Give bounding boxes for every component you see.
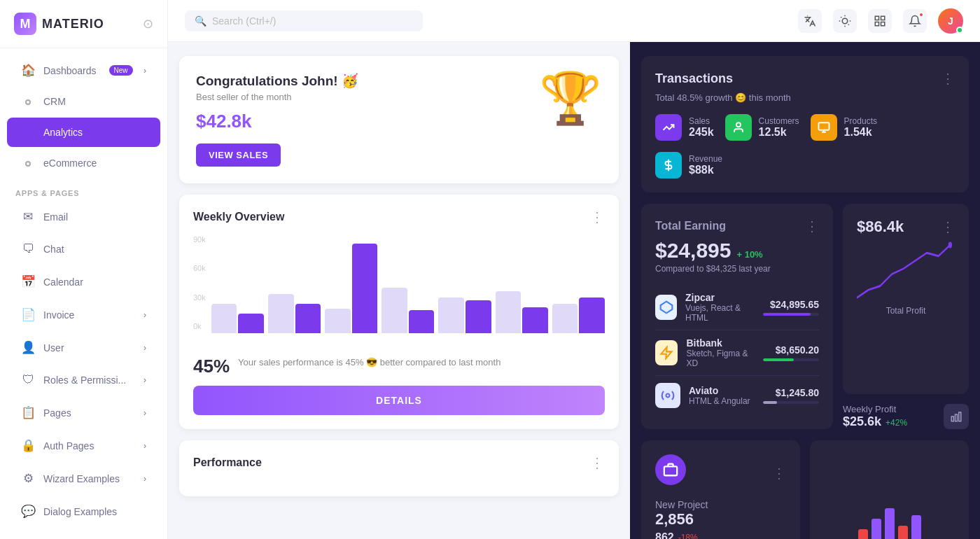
mini-bar-4: [898, 526, 908, 539]
sidebar-item-invoice[interactable]: 📄 Invoice ›: [7, 300, 160, 330]
roles-icon: 🛡: [21, 373, 35, 387]
sidebar-item-chat[interactable]: 🗨 Chat: [7, 234, 160, 264]
sidebar-item-email[interactable]: ✉ Email: [7, 202, 160, 232]
chart-y-label-60k: 60k: [193, 264, 206, 272]
sidebar-item-dashboards[interactable]: 🏠 Dashboards New ›: [7, 55, 160, 85]
svg-marker-16: [660, 302, 672, 314]
bar-light-1: [211, 304, 237, 333]
bitbank-name: Bitbank: [686, 337, 755, 349]
revenue-value: $88k: [689, 164, 722, 176]
view-sales-button[interactable]: VIEW SALES: [196, 144, 281, 167]
nav-label-ecommerce: eCommerce: [43, 158, 97, 169]
avatar[interactable]: J: [938, 8, 963, 34]
home-icon: 🏠: [21, 63, 35, 78]
earning-growth-badge: + 10%: [736, 249, 762, 260]
weekly-footer: 45% Your sales performance is 45% 😎 bett…: [193, 356, 605, 377]
bar-light-4: [382, 288, 407, 333]
products-icon: [811, 114, 837, 141]
main-area: 🔍 Search (Ctrl+/) J: [168, 0, 980, 539]
sidebar-item-roles[interactable]: 🛡 Roles & Permissi... ›: [7, 365, 160, 395]
invoice-icon: 📄: [21, 307, 35, 322]
performance-menu-button[interactable]: ⋮: [590, 454, 605, 471]
wizard-icon: ⚙: [21, 471, 35, 486]
sales-value: 245k: [689, 126, 714, 139]
sidebar-item-auth[interactable]: 🔒 Auth Pages ›: [7, 430, 160, 461]
invoice-arrow-icon: ›: [144, 310, 146, 320]
sidebar-item-calendar[interactable]: 📅 Calendar: [7, 267, 160, 297]
sidebar-item-wizard[interactable]: ⚙ Wizard Examples ›: [7, 463, 160, 493]
svg-point-18: [666, 394, 670, 398]
svg-rect-8: [881, 16, 885, 20]
aviato-tech: HTML & Angular: [689, 396, 750, 406]
svg-line-4: [848, 24, 849, 24]
weekly-profit-amount: $25.6k: [843, 414, 881, 429]
nav-badge-new: New: [109, 65, 133, 76]
new-project-menu-button[interactable]: ⋮: [772, 465, 786, 482]
sidebar-item-user[interactable]: 👤 User ›: [7, 332, 160, 363]
crm-dot-icon: [21, 94, 35, 108]
sales-label: Sales: [689, 116, 714, 126]
bar-light-3: [325, 309, 351, 333]
bar-purple-2: [295, 304, 321, 333]
translate-icon[interactable]: [798, 9, 822, 33]
bar-group-7: [552, 298, 605, 333]
products-value: 1.54k: [844, 126, 877, 139]
grid-icon[interactable]: [868, 9, 892, 33]
roles-arrow-icon: ›: [144, 375, 146, 385]
weekly-chart-bars: [211, 235, 605, 333]
brightness-icon[interactable]: [833, 9, 857, 33]
zipcar-amount: $24,895.65: [763, 299, 819, 316]
nav-label-chat: Chat: [43, 244, 64, 255]
user-icon: 👤: [21, 340, 35, 355]
metric-customers: Customers 12.5k: [725, 114, 799, 141]
earning-stats-row: Total Earning ⋮ $24,895 + 10% Compared t…: [641, 204, 969, 429]
profit-chart-icon: [944, 404, 969, 429]
nav-label-dashboards: Dashboards: [43, 65, 97, 76]
wizard-arrow-icon: ›: [144, 474, 146, 484]
zipcar-logo: [655, 295, 677, 320]
zipcar-progress: [763, 313, 819, 316]
logo-area: M MATERIO ⊙: [0, 0, 167, 48]
sidebar-toggle-icon[interactable]: ⊙: [143, 16, 153, 31]
new-project-card: ⋮ New Project 2,856 862 -18% Ye...: [641, 440, 800, 539]
earning-amount: $24,895: [655, 239, 731, 262]
weekly-title: Weekly Overview: [193, 211, 284, 223]
zipcar-name: Zipcar: [685, 292, 755, 303]
bar-light-7: [552, 304, 578, 333]
sidebar-item-ecommerce[interactable]: eCommerce: [7, 148, 160, 178]
transactions-menu-button[interactable]: ⋮: [941, 70, 955, 87]
svg-rect-9: [875, 22, 878, 25]
sidebar-item-pages[interactable]: 📋 Pages ›: [7, 398, 160, 428]
weekly-menu-button[interactable]: ⋮: [590, 209, 605, 225]
mini-bar-5: [911, 515, 921, 539]
sidebar-item-analytics[interactable]: Analytics: [7, 118, 160, 147]
profit-amount-big: $86.4k: [857, 218, 904, 236]
revenue-icon: [655, 152, 682, 178]
search-bar[interactable]: 🔍 Search (Ctrl+/): [185, 10, 423, 31]
svg-point-19: [948, 242, 952, 248]
bell-icon[interactable]: [903, 9, 927, 33]
search-icon: 🔍: [195, 15, 206, 27]
aviato-progress-bar: [763, 401, 777, 404]
congrats-subtitle: Best seller of the month: [196, 92, 358, 102]
svg-marker-17: [662, 347, 672, 359]
metric-products-info: Products 1.54k: [844, 116, 877, 139]
nav-label-wizard: Wizard Examples: [43, 473, 120, 484]
earning-menu-button[interactable]: ⋮: [805, 218, 819, 234]
svg-rect-20: [951, 416, 953, 421]
earning-compare: Compared to $84,325 last year: [655, 264, 819, 274]
topbar-right: J: [798, 8, 963, 34]
aviato-logo: [655, 383, 680, 408]
svg-point-0: [842, 18, 848, 24]
new-project-sub-value: 862: [655, 531, 674, 539]
bar-purple-1: [238, 314, 264, 333]
nav-label-roles: Roles & Permissi...: [43, 374, 126, 386]
user-arrow-icon: ›: [144, 343, 146, 353]
bar-purple-6: [522, 307, 548, 333]
sidebar-item-dialog[interactable]: 💬 Dialog Examples: [7, 496, 160, 526]
profit-menu-button[interactable]: ⋮: [941, 218, 955, 235]
sidebar-item-crm[interactable]: CRM: [7, 87, 160, 116]
details-button[interactable]: DETAILS: [193, 386, 605, 415]
performance-card: Performance ⋮: [179, 440, 619, 496]
new-project-row: ⋮ New Project 2,856 862 -18% Ye...: [641, 440, 969, 539]
